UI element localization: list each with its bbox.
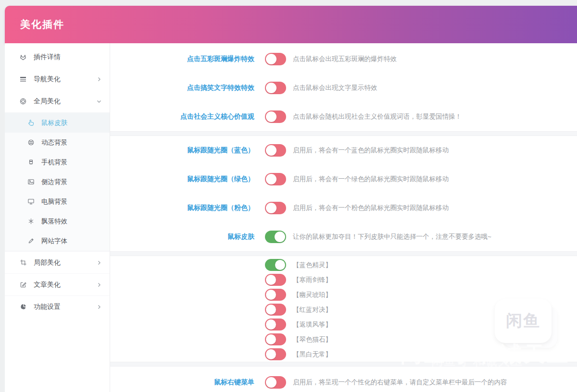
setting-label: 鼠标皮肤 <box>110 233 254 241</box>
setting-row: 鼠标跟随光圈（绿色） 启用后，将会有一个绿色的鼠标光圈实时跟随鼠标移动 <box>110 165 577 194</box>
sidebar-subitem-mouse-skin[interactable]: 鼠标皮肤 <box>5 113 110 133</box>
main-content: 点击五彩斑斓爆炸特效 点击鼠标会出现五彩斑斓的爆炸特效 点击搞笑文字特效特效 点… <box>110 43 577 392</box>
toggle-knob <box>275 260 285 270</box>
sidebar-subitem-falling-effect[interactable]: 飘落特效 <box>5 211 110 231</box>
toggle-switch[interactable] <box>265 348 286 360</box>
sidebar-subitem-label: 鼠标皮肤 <box>41 119 110 127</box>
chevron-right-icon <box>96 76 102 82</box>
skin-name: 【黑白无常】 <box>293 350 332 359</box>
toggle-switch[interactable] <box>265 231 286 243</box>
image-icon <box>27 178 35 186</box>
sidebar: 插件详情 导航美化 全局美化 <box>5 43 110 392</box>
toggle-switch[interactable] <box>265 376 286 389</box>
sidebar-subitem-label: 网站字体 <box>41 237 110 245</box>
toggle-switch[interactable] <box>265 144 286 157</box>
content-wrap: 插件详情 导航美化 全局美化 <box>5 43 577 392</box>
sidebar-item-label: 文章美化 <box>34 281 96 289</box>
sidebar-subitem-dynamic-bg[interactable]: 动态背景 <box>5 133 110 152</box>
sidebar-subitem-side-bg[interactable]: 侧边背景 <box>5 172 110 192</box>
setting-label: 鼠标跟随光圈（绿色） <box>110 175 254 184</box>
toggle-switch[interactable] <box>265 173 286 185</box>
sidebar-item-label: 导航美化 <box>34 75 96 84</box>
setting-description: 让你的鼠标更加夺目！下列皮肤中只能选择一个，注意不要要多选哦~ <box>293 233 491 241</box>
life-ring-icon <box>27 139 35 147</box>
setting-row: 鼠标跟随光圈（蓝色） 启用后，将会有一个蓝色的鼠标光圈实时跟随鼠标移动 <box>110 136 577 165</box>
pen-icon <box>27 237 35 245</box>
setting-row: 鼠标跟随光圈（粉色） 启用后，将会有一个粉色的鼠标光圈实时跟随鼠标移动 <box>110 194 577 222</box>
toggle-switch[interactable] <box>265 53 286 65</box>
pie-chart-icon <box>19 303 27 311</box>
android-icon <box>27 159 35 166</box>
skin-name: 【返璞风筝】 <box>293 320 332 329</box>
toggle-knob <box>266 305 276 315</box>
nav-list-icon <box>19 75 27 83</box>
setting-description: 点击鼠标会出现文字显示特效 <box>293 84 377 92</box>
toggle-knob <box>266 275 276 285</box>
monitor-icon <box>27 198 35 206</box>
setting-description: 点击鼠标会随机出现社会主义价值观词语，彰显爱国情操！ <box>293 112 462 121</box>
setting-description: 启用后，将会有一个粉色的鼠标光圈实时跟随鼠标移动 <box>293 204 449 212</box>
setting-row: 鼠标右键菜单 启用后，将呈现一个个性化的右键菜单，请自定义菜单栏中最后一个的内容 <box>110 370 577 392</box>
page: 美化插件 插件详情 导航美化 <box>5 0 577 392</box>
toggle-switch[interactable] <box>265 289 286 301</box>
globe-icon <box>19 98 27 105</box>
sidebar-item-article-beautify[interactable]: 文章美化 <box>5 273 110 295</box>
setting-row: 点击五彩斑斓爆炸特效 点击鼠标会出现五彩斑斓的爆炸特效 <box>110 45 577 74</box>
sidebar-item-label: 全局美化 <box>34 97 96 106</box>
snowflake-icon <box>27 218 35 225</box>
skin-name: 【幽灵琥珀】 <box>293 291 332 299</box>
toggle-knob <box>266 145 276 156</box>
toggle-switch[interactable] <box>265 274 286 286</box>
settings-group-context-menu: 鼠标右键菜单 启用后，将呈现一个个性化的右键菜单，请自定义菜单栏中最后一个的内容 <box>110 367 577 392</box>
sidebar-item-label: 插件详情 <box>34 53 102 61</box>
sidebar-item-label: 局部美化 <box>34 258 96 267</box>
sidebar-subitem-label: 手机背景 <box>41 158 110 167</box>
sidebar-subitem-label: 飘落特效 <box>41 217 110 226</box>
chevron-down-icon <box>96 98 102 104</box>
skin-name: 【翠色猫石】 <box>293 335 332 344</box>
watermark-text-overlay: 闲鱼号 和诚天上 <box>431 354 523 369</box>
sidebar-subitem-label: 电脑背景 <box>41 197 110 206</box>
setting-label: 鼠标跟随光圈（蓝色） <box>110 146 254 155</box>
skin-name: 【红蓝对决】 <box>293 306 332 314</box>
toggle-switch[interactable] <box>265 110 286 123</box>
sidebar-submenu-global: 鼠标皮肤 动态背景 手机背景 <box>5 112 110 251</box>
sidebar-item-global-beautify[interactable]: 全局美化 <box>5 90 110 112</box>
toggle-knob <box>266 319 276 330</box>
toggle-knob <box>266 83 276 93</box>
setting-label: 鼠标右键菜单 <box>110 378 254 387</box>
setting-label: 点击五彩斑斓爆炸特效 <box>110 55 254 63</box>
settings-group-click-effects: 点击五彩斑斓爆炸特效 点击鼠标会出现五彩斑斓的爆炸特效 点击搞笑文字特效特效 点… <box>110 43 577 131</box>
toggle-knob <box>266 111 276 122</box>
sidebar-bottom-items: 局部美化 文章美化 <box>5 251 110 318</box>
sidebar-subitem-mobile-bg[interactable]: 手机背景 <box>5 152 110 172</box>
toggle-knob <box>266 290 276 300</box>
toggle-switch[interactable] <box>265 318 286 331</box>
sidebar-item-function-settings[interactable]: 功能设置 <box>5 295 110 318</box>
toggle-switch[interactable] <box>265 259 286 271</box>
section-divider <box>110 131 577 136</box>
toggle-switch[interactable] <box>265 304 286 316</box>
setting-description: 启用后，将呈现一个个性化的右键菜单，请自定义菜单栏中最后一个的内容 <box>293 378 507 387</box>
xianyu-logo-text: 闲鱼 <box>506 310 540 332</box>
toggle-switch[interactable] <box>265 202 286 214</box>
chevron-right-icon <box>96 304 102 310</box>
sidebar-item-partial-beautify[interactable]: 局部美化 <box>5 251 110 273</box>
sidebar-subitem-pc-bg[interactable]: 电脑背景 <box>5 192 110 211</box>
toggle-switch[interactable] <box>265 82 286 94</box>
skin-name: 【蓝色精灵】 <box>293 261 332 270</box>
skin-option-row: 【寒雨剑锋】 <box>110 272 577 287</box>
toggle-knob <box>275 232 285 242</box>
sidebar-subitem-site-font[interactable]: 网站字体 <box>5 231 110 251</box>
setting-row: 点击搞笑文字特效特效 点击鼠标会出现文字显示特效 <box>110 74 577 102</box>
toggle-knob <box>266 349 276 359</box>
toggle-knob <box>266 54 276 64</box>
section-divider <box>110 251 577 256</box>
sidebar-item-plugin-details[interactable]: 插件详情 <box>5 46 110 68</box>
sidebar-subitem-label: 侧边背景 <box>41 178 110 186</box>
setting-description: 启用后，将会有一个绿色的鼠标光圈实时跟随鼠标移动 <box>293 175 449 184</box>
settings-group-mouse-ring: 鼠标跟随光圈（蓝色） 启用后，将会有一个蓝色的鼠标光圈实时跟随鼠标移动 鼠标跟随… <box>110 136 577 251</box>
toggle-switch[interactable] <box>265 333 286 345</box>
sidebar-item-nav-beautify[interactable]: 导航美化 <box>5 68 110 90</box>
sidebar-subitem-label: 动态背景 <box>41 138 110 147</box>
